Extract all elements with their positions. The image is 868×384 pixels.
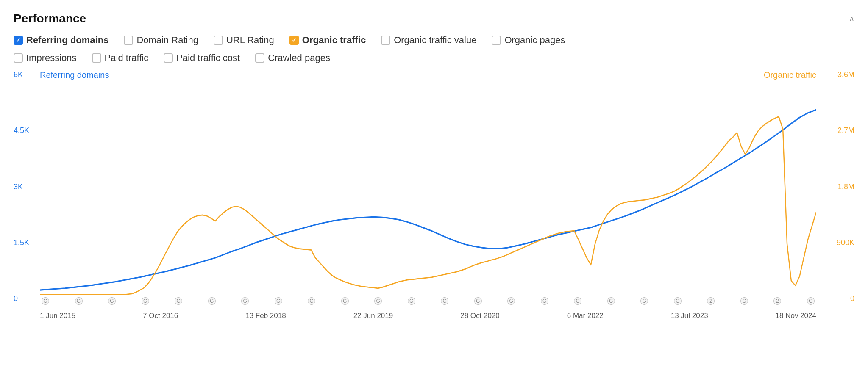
y-axis-left: 6K 4.5K 3K 1.5K 0	[14, 70, 39, 320]
g-icon: G	[75, 297, 83, 305]
g-icon: G	[142, 297, 149, 305]
y-label-left-0: 0	[14, 294, 39, 303]
y-label-left-6k: 6K	[14, 70, 39, 79]
x-label-7: 18 Nov 2024	[776, 312, 816, 320]
g-icon: G	[408, 297, 415, 305]
g-icon: G	[474, 297, 482, 305]
checkbox-input-organic-pages[interactable]	[492, 36, 501, 45]
x-label-4: 28 Oct 2020	[460, 312, 500, 320]
checkbox-input-organic-traffic-value[interactable]	[381, 36, 390, 45]
checkbox-label-crawled-pages: Crawled pages	[268, 52, 330, 64]
g-icon: G	[42, 297, 49, 305]
collapse-icon[interactable]: ∧	[849, 14, 854, 23]
panel-title: Performance	[14, 12, 86, 25]
g-icon: G	[640, 297, 648, 305]
checkbox-label-url-rating: URL Rating	[226, 35, 274, 46]
checkbox-crawled-pages[interactable]: Crawled pages	[255, 52, 330, 64]
grid-line-bottom	[40, 295, 816, 295]
checkbox-label-paid-traffic-cost: Paid traffic cost	[176, 52, 240, 64]
checkbox-url-rating[interactable]: URL Rating	[214, 35, 274, 46]
y-label-right-0: 0	[821, 294, 854, 303]
axis-labels-top: Referring domains Organic traffic	[40, 70, 816, 80]
g-icon: G	[574, 297, 581, 305]
g-icon: G	[441, 297, 448, 305]
checkbox-label-referring-domains: Referring domains	[26, 35, 108, 46]
checkbox-domain-rating[interactable]: Domain Rating	[124, 35, 198, 46]
checkbox-paid-traffic[interactable]: Paid traffic	[92, 52, 149, 64]
checkbox-input-url-rating[interactable]	[214, 36, 223, 45]
orange-line	[40, 116, 816, 295]
checkbox-organic-traffic-value[interactable]: Organic traffic value	[381, 35, 476, 46]
checkbox-label-paid-traffic: Paid traffic	[105, 52, 149, 64]
x-axis-labels: 1 Jun 2015 7 Oct 2016 13 Feb 2018 22 Jun…	[40, 312, 816, 320]
x-label-3: 22 Jun 2019	[353, 312, 393, 320]
google-icons-row: G G G G G G G G G G G G G G G G G G G G	[40, 297, 816, 305]
header-row: Performance ∧	[14, 12, 854, 25]
checkbox-label-organic-traffic: Organic traffic	[302, 35, 366, 46]
g-icon: G	[341, 297, 349, 305]
x-label-0: 1 Jun 2015	[40, 312, 75, 320]
y-label-left-45k: 4.5K	[14, 126, 39, 135]
y-label-right-900k: 900K	[821, 238, 854, 247]
checkbox-input-domain-rating[interactable]	[124, 36, 133, 45]
checkbox-label-domain-rating: Domain Rating	[136, 35, 198, 46]
chart-svg	[40, 83, 816, 295]
checkbox-input-impressions[interactable]	[14, 53, 23, 63]
checkbox-label-organic-traffic-value: Organic traffic value	[394, 35, 476, 46]
g-icon: G	[241, 297, 249, 305]
g-icon: G	[607, 297, 615, 305]
performance-panel: Performance ∧ Referring domains Domain R…	[0, 0, 868, 329]
g-icon: G	[674, 297, 682, 305]
g-icon: G	[374, 297, 382, 305]
y-label-right-27m: 2.7M	[821, 126, 854, 135]
g-icon: G	[175, 297, 182, 305]
checkboxes-row-2: Impressions Paid traffic Paid traffic co…	[14, 52, 854, 68]
y-label-right-18m: 1.8M	[821, 182, 854, 191]
x-label-1: 7 Oct 2016	[143, 312, 178, 320]
y-axis-right: 3.6M 2.7M 1.8M 900K 0	[821, 70, 854, 320]
checkbox-impressions[interactable]: Impressions	[14, 52, 77, 64]
x-label-6: 13 Jul 2023	[671, 312, 708, 320]
blue-line	[40, 110, 816, 290]
chart-left-axis-label: Referring domains	[40, 70, 109, 80]
g-icon: G	[208, 297, 216, 305]
checkbox-input-paid-traffic-cost[interactable]	[164, 53, 173, 63]
checkbox-organic-pages[interactable]: Organic pages	[492, 35, 565, 46]
g-icon: 2	[707, 297, 715, 305]
x-label-2: 13 Feb 2018	[245, 312, 286, 320]
g-icon: 2	[773, 297, 781, 305]
g-icon: G	[807, 297, 815, 305]
checkbox-label-impressions: Impressions	[26, 52, 77, 64]
chart-inner: Referring domains Organic traffic	[40, 70, 816, 320]
g-icon: G	[308, 297, 315, 305]
checkbox-input-paid-traffic[interactable]	[92, 53, 101, 63]
y-label-left-15k: 1.5K	[14, 238, 39, 247]
chart-area: 6K 4.5K 3K 1.5K 0 Referring domains Orga…	[14, 70, 854, 320]
x-label-5: 6 Mar 2022	[567, 312, 604, 320]
checkboxes-row-1: Referring domains Domain Rating URL Rati…	[14, 35, 854, 50]
chart-right-axis-label: Organic traffic	[764, 70, 816, 80]
checkbox-referring-domains[interactable]: Referring domains	[14, 35, 108, 46]
checkbox-input-crawled-pages[interactable]	[255, 53, 264, 63]
g-icon: G	[507, 297, 515, 305]
g-icon: G	[740, 297, 748, 305]
checkbox-organic-traffic[interactable]: Organic traffic	[289, 35, 366, 46]
g-icon: G	[541, 297, 548, 305]
checkbox-label-organic-pages: Organic pages	[504, 35, 565, 46]
checkbox-paid-traffic-cost[interactable]: Paid traffic cost	[164, 52, 240, 64]
checkbox-input-referring-domains[interactable]	[14, 36, 23, 45]
y-label-right-36m: 3.6M	[821, 70, 854, 79]
g-icon: G	[275, 297, 282, 305]
checkbox-input-organic-traffic[interactable]	[289, 36, 299, 45]
g-icon: G	[108, 297, 116, 305]
y-label-left-3k: 3K	[14, 182, 39, 191]
